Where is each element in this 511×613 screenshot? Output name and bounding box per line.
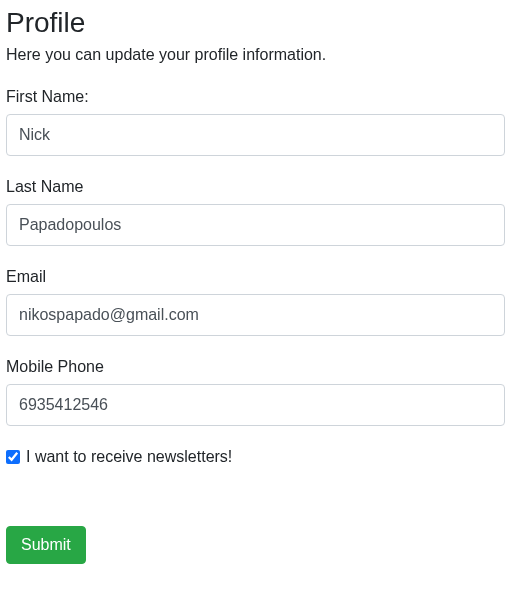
last-name-input[interactable] (6, 204, 505, 246)
submit-button[interactable]: Submit (6, 526, 86, 564)
email-input[interactable] (6, 294, 505, 336)
last-name-label: Last Name (6, 178, 505, 196)
page-subtitle: Here you can update your profile informa… (6, 46, 505, 64)
newsletter-label[interactable]: I want to receive newsletters! (26, 448, 232, 466)
first-name-input[interactable] (6, 114, 505, 156)
mobile-phone-input[interactable] (6, 384, 505, 426)
page-title: Profile (6, 6, 505, 40)
email-label: Email (6, 268, 505, 286)
newsletter-checkbox[interactable] (6, 450, 20, 464)
first-name-label: First Name: (6, 88, 505, 106)
profile-form: First Name: Last Name Email Mobile Phone… (6, 88, 505, 564)
mobile-phone-label: Mobile Phone (6, 358, 505, 376)
